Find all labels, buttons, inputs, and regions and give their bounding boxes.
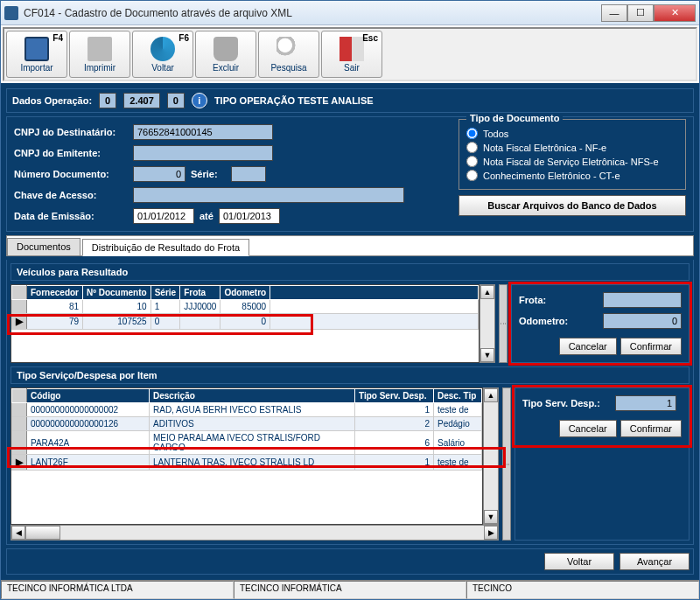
save-icon [24, 37, 49, 61]
chave-label: Chave de Acesso: [14, 190, 128, 200]
numdoc-input[interactable] [133, 166, 186, 182]
tiposerv-grid[interactable]: Código Descrição Tipo Serv. Desp. Desc. … [10, 387, 483, 525]
row-marker-icon: ▶ [16, 316, 23, 326]
radio-nfe[interactable]: Nota Fiscal Eletrônica - NF-e [466, 142, 678, 153]
table-row[interactable]: 000000000000000126 ADITIVOS 2 Pedágio [12, 417, 482, 431]
search-icon [276, 37, 301, 61]
search-button[interactable]: Pesquisa [258, 31, 319, 78]
exit-button[interactable]: Esc Sair [321, 31, 382, 78]
odometro-label: Odometro: [519, 316, 598, 326]
status-cell-2: TECINCO INFORMÁTICA [234, 581, 466, 599]
data-ini-input[interactable] [133, 208, 194, 224]
row-marker-icon: ▶ [16, 457, 23, 467]
app-icon [4, 6, 18, 20]
status-cell-3: TECINCO [466, 581, 699, 599]
scroll-thumb[interactable] [25, 526, 60, 540]
delete-icon [214, 37, 238, 61]
scroll-down-icon[interactable]: ▼ [480, 348, 494, 362]
serv-label: Tipo Serv. Desp.: [522, 398, 610, 408]
odometro-input[interactable] [603, 313, 682, 329]
cnpj-dest-label: CNPJ do Destinatário: [14, 127, 128, 137]
radio-todos[interactable]: Todos [466, 128, 678, 139]
tiposerv-scrollbar-v[interactable]: ▲ ▼ [483, 387, 499, 525]
frota-cancelar-button[interactable]: Cancelar [559, 338, 617, 355]
table-row[interactable]: ▶ 79 107525 0 0 [12, 314, 479, 330]
tab-documentos[interactable]: Documentos [7, 238, 80, 255]
data-fim-input[interactable] [219, 208, 280, 224]
titlebar: CF014 - Cadastro de Documento através de… [1, 1, 699, 25]
minimize-button[interactable]: — [601, 4, 627, 22]
cnpj-emit-input[interactable] [133, 145, 273, 161]
cnpj-emit-label: CNPJ do Emitente: [14, 148, 128, 158]
voltar-button[interactable]: Voltar [544, 553, 614, 570]
radio-nfse[interactable]: Nota Fiscal de Serviço Eletrônica- NFS-e [466, 156, 678, 167]
frota-label: Frota: [519, 295, 598, 305]
status-cell-1: TECINCO INFORMÁTICA LTDA [1, 581, 234, 599]
back-icon [150, 37, 175, 61]
ate-label: até [200, 211, 214, 221]
scroll-right-icon[interactable]: ▶ [484, 526, 498, 540]
veiculos-scrollbar[interactable]: ▲ ▼ [480, 284, 495, 363]
serv-confirmar-button[interactable]: Confirmar [620, 420, 682, 437]
tab-distribuicao[interactable]: Distribuição de Resultado do Frota [82, 239, 249, 256]
table-row[interactable]: PARA42A MEIO PARALAMA IVECO STRALIS/FORD… [12, 431, 482, 455]
dados-seg1: 0 [99, 93, 116, 108]
frota-panel: Frota: Odometro: Cancelar Confirmar [511, 284, 690, 363]
bottom-buttons: Voltar Avançar [6, 548, 694, 575]
close-button[interactable]: ✕ [654, 4, 696, 22]
scroll-up-icon[interactable]: ▲ [484, 388, 498, 402]
veiculos-title: Veículos para Resultado [10, 263, 690, 281]
cnpj-dest-input[interactable] [133, 124, 273, 140]
dados-operacao-desc: TIPO OPERAÇÃO TESTE ANALISE [214, 95, 374, 106]
filter-panel: CNPJ do Destinatário: CNPJ do Emitente: … [6, 116, 694, 232]
status-bar: TECINCO INFORMÁTICA LTDA TECINCO INFORMÁ… [1, 580, 699, 599]
tiposerv-scrollbar-h[interactable]: ◀ ▶ [10, 525, 499, 541]
tab-content: Veículos para Resultado Fornecedor Nº Do… [6, 260, 694, 545]
buscar-button[interactable]: Buscar Arquivos do Banco de Dados [458, 195, 686, 216]
scroll-up-icon[interactable]: ▲ [480, 285, 494, 299]
print-icon [88, 37, 112, 61]
serie-label: Série: [191, 169, 226, 179]
table-row[interactable]: 000000000000000002 RAD, AGUA BERH IVECO … [12, 403, 482, 417]
import-button[interactable]: F4 Importar [6, 31, 67, 78]
avancar-button[interactable]: Avançar [620, 553, 690, 570]
toolbar: F4 Importar Imprimir F6 Voltar Excluir P… [3, 27, 697, 81]
back-button[interactable]: F6 Voltar [132, 31, 193, 78]
table-row[interactable]: ▶ LANT26F LANTERNA TRAS, IVECO STRALLIS … [12, 455, 482, 471]
table-row[interactable]: 81 10 1 JJJ0000 85000 [12, 300, 479, 314]
numdoc-label: Número Documento: [14, 169, 128, 179]
radio-cte[interactable]: Conhecimento Eletrônico - CT-e [466, 170, 678, 181]
tipo-documento-group: Tipo de Documento Todos Nota Fiscal Elet… [458, 119, 686, 190]
print-button[interactable]: Imprimir [69, 31, 130, 78]
veiculos-grid[interactable]: Fornecedor Nº Documento Série Frota Odom… [10, 284, 480, 363]
main-area: Dados Operação: 0 2.407 0 i TIPO OPERAÇÃ… [1, 83, 699, 580]
dados-operacao-bar: Dados Operação: 0 2.407 0 i TIPO OPERAÇÃ… [6, 88, 694, 113]
splitter[interactable]: ⋮ [499, 284, 508, 363]
splitter[interactable]: ⋮ [502, 387, 511, 541]
info-icon[interactable]: i [192, 93, 207, 108]
serv-cancelar-button[interactable]: Cancelar [559, 420, 617, 437]
tipo-doc-legend: Tipo de Documento [466, 113, 563, 123]
tiposerv-title: Tipo Serviço/Despesa por Item [10, 366, 690, 384]
serv-panel: Tipo Serv. Desp.: Cancelar Confirmar [514, 387, 690, 541]
dados-seg2: 2.407 [123, 93, 160, 108]
maximize-button[interactable]: ☐ [627, 4, 654, 22]
scroll-left-icon[interactable]: ◀ [11, 526, 25, 540]
dados-operacao-label: Dados Operação: [12, 95, 92, 106]
frota-input[interactable] [603, 292, 682, 308]
app-window: CF014 - Cadastro de Documento através de… [0, 0, 700, 600]
chave-input[interactable] [133, 187, 404, 203]
delete-button[interactable]: Excluir [195, 31, 256, 78]
frota-confirmar-button[interactable]: Confirmar [620, 338, 682, 355]
highlight-box [512, 385, 692, 448]
scroll-down-icon[interactable]: ▼ [484, 510, 498, 524]
dados-seg3: 0 [167, 93, 185, 108]
exit-icon [340, 37, 364, 61]
data-em-label: Data de Emissão: [14, 211, 128, 221]
tabs: Documentos Distribuição de Resultado do … [6, 235, 694, 256]
serv-input[interactable] [615, 395, 676, 411]
window-title: CF014 - Cadastro de Documento através de… [24, 7, 601, 19]
serie-input[interactable] [231, 166, 266, 182]
